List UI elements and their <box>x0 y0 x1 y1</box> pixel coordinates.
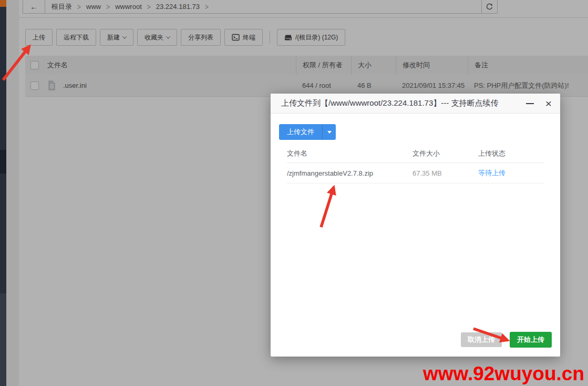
upload-options-dropdown[interactable] <box>322 124 336 140</box>
upload-queue-table: 文件名 文件大小 上传状态 /zjmfmangerstableV2.7.8.zi… <box>287 144 544 184</box>
upload-col-filesize: 文件大小 <box>412 149 478 158</box>
upload-file-button[interactable]: 上传文件 <box>279 124 322 140</box>
upload-queue-row: /zjmfmangerstableV2.7.8.zip 67.35 MB 等待上… <box>287 163 544 184</box>
upload-file-size: 67.35 MB <box>412 169 478 177</box>
watermark-text: www.92wuyou.cn <box>423 363 584 385</box>
upload-file-name: /zjmfmangerstableV2.7.8.zip <box>287 169 412 177</box>
cancel-upload-button[interactable]: 取消上传 <box>461 332 502 347</box>
upload-status-link[interactable]: 等待上传 <box>478 168 544 178</box>
upload-col-filename: 文件名 <box>287 149 412 158</box>
start-upload-button[interactable]: 开始上传 <box>510 332 552 348</box>
upload-dialog-titlebar: 上传文件到【/www/wwwroot/23.224.181.73】--- 支持断… <box>271 94 560 114</box>
minimize-icon[interactable] <box>526 103 534 104</box>
upload-file-split-button[interactable]: 上传文件 <box>279 124 336 140</box>
close-icon[interactable]: × <box>545 98 552 109</box>
upload-dialog-title: 上传文件到【/www/wwwroot/23.224.181.73】--- 支持断… <box>281 98 526 108</box>
upload-col-status: 上传状态 <box>478 149 544 158</box>
upload-dialog-footer: 取消上传 开始上传 <box>461 332 552 348</box>
caret-down-icon <box>327 131 332 134</box>
upload-dialog: 上传文件到【/www/wwwroot/23.224.181.73】--- 支持断… <box>271 94 560 357</box>
upload-table-header: 文件名 文件大小 上传状态 <box>287 144 544 163</box>
